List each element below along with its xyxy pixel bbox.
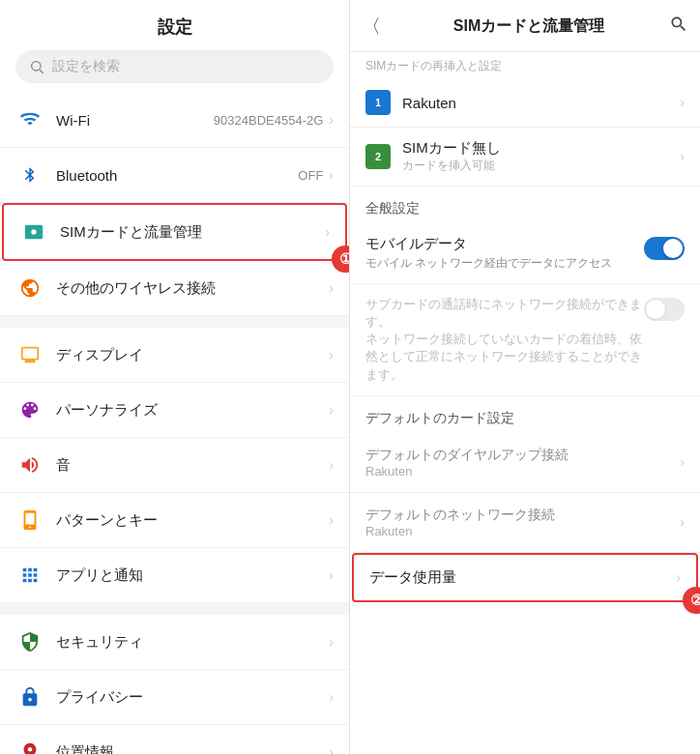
sidebar-item-sound[interactable]: 音 › [0, 438, 349, 493]
sound-label: 音 [56, 456, 329, 475]
wifi-value: 90324BDE4554-2G [214, 113, 323, 128]
wifi-chevron: › [329, 112, 334, 128]
sidebar-item-security[interactable]: セキュリティ › [0, 615, 349, 670]
sim1-chevron: › [680, 95, 685, 110]
wireless-chevron: › [329, 280, 334, 296]
sim1-item[interactable]: 1 Rakuten › [350, 78, 700, 128]
sidebar-item-bluetooth[interactable]: Bluetooth OFF › [0, 148, 349, 203]
palette-icon [15, 395, 44, 424]
settings-title: 設定 [0, 0, 349, 50]
mobile-data-label: モバイルデータ [365, 235, 644, 253]
mobile-data-toggle[interactable] [644, 237, 685, 260]
privacy-icon [15, 682, 44, 711]
wifi-icon [15, 105, 44, 134]
sim1-name: Rakuten [402, 95, 680, 111]
sidebar-item-display[interactable]: ディスプレイ › [0, 328, 349, 383]
bluetooth-icon [15, 160, 44, 189]
display-chevron: › [329, 347, 334, 362]
search-bar[interactable]: 設定を検索 [15, 50, 334, 83]
sidebar-item-apps[interactable]: アプリと通知 › [0, 548, 349, 603]
general-section-title: 全般設定 [350, 187, 700, 223]
divider-1 [0, 316, 349, 328]
wifi-label: Wi-Fi [56, 112, 214, 129]
sidebar-item-privacy[interactable]: プライバシー › [0, 670, 349, 725]
menu-list: Wi-Fi 90324BDE4554-2G › Bluetooth OFF › … [0, 93, 349, 754]
sound-chevron: › [329, 457, 334, 473]
sidebar-item-pattern[interactable]: パターンとキー › [0, 493, 349, 548]
data-usage-badge: ② [683, 587, 700, 614]
mobile-data-row[interactable]: モバイルデータ モバイル ネットワーク経由でデータにアクセス [350, 223, 700, 284]
search-icon [29, 59, 44, 74]
security-label: セキュリティ [56, 633, 329, 652]
sim2-name: SIMカード無し [402, 139, 680, 158]
data-usage-chevron: › [676, 569, 681, 585]
sim2-badge: 2 [365, 144, 391, 169]
pattern-label: パターンとキー [56, 511, 329, 530]
display-icon [15, 340, 44, 369]
sim-icon [19, 218, 48, 246]
right-content: SIMカードの再挿入と設定 1 Rakuten › 2 SIMカード無し カード… [350, 52, 700, 754]
search-placeholder: 設定を検索 [52, 58, 120, 75]
default-dialup-info: デフォルトのダイヤルアップ接続 Rakuten [365, 447, 680, 478]
divider-2 [0, 603, 349, 615]
right-panel: 〈 SIMカードと流量管理 SIMカードの再挿入と設定 1 Rakuten › … [350, 0, 700, 754]
privacy-label: プライバシー [56, 688, 329, 707]
wireless-icon [15, 274, 44, 303]
apps-label: アプリと通知 [56, 566, 329, 585]
default-dialup-chevron: › [680, 454, 685, 470]
default-network-row[interactable]: デフォルトのネットワーク接続 Rakuten › [350, 493, 700, 553]
data-usage-label: データ使用量 [369, 568, 676, 587]
right-search-button[interactable] [669, 14, 688, 39]
left-panel: 設定 設定を検索 Wi-Fi 90324BDE4554-2G › Bluetoo… [0, 0, 350, 754]
apps-chevron: › [329, 567, 334, 583]
right-header: 〈 SIMカードと流量管理 [350, 0, 700, 52]
default-dialup-row[interactable]: デフォルトのダイヤルアップ接続 Rakuten › [350, 433, 700, 493]
toggle-knob [663, 239, 683, 258]
sidebar-item-personalize[interactable]: パーソナライズ › [0, 383, 349, 438]
right-title: SIMカードと流量管理 [389, 16, 669, 37]
sidebar-item-wireless[interactable]: その他のワイヤレス接続 › [0, 261, 349, 316]
default-section-title: デフォルトのカード設定 [350, 396, 700, 433]
data-usage-info: データ使用量 [369, 568, 676, 587]
wireless-label: その他のワイヤレス接続 [56, 279, 329, 298]
mobile-data-sub: モバイル ネットワーク経由でデータにアクセス [365, 255, 644, 272]
personalize-label: パーソナライズ [56, 401, 329, 420]
svg-line-1 [40, 70, 44, 73]
sim-subtitle: SIMカードの再挿入と設定 [350, 52, 700, 78]
bluetooth-label: Bluetooth [56, 167, 298, 184]
mobile-data-info: モバイルデータ モバイル ネットワーク経由でデータにアクセス [365, 235, 644, 272]
apps-icon [15, 561, 44, 590]
security-chevron: › [329, 634, 334, 650]
default-network-value: Rakuten [365, 524, 680, 538]
disabled-toggle [644, 298, 685, 321]
sim1-badge: 1 [365, 90, 391, 115]
security-icon [15, 627, 44, 656]
sidebar-item-location[interactable]: 位置情報 › [0, 725, 349, 754]
sim1-info: Rakuten [402, 95, 680, 111]
personalize-chevron: › [329, 402, 334, 418]
pattern-chevron: › [329, 512, 334, 528]
sim2-sub: カードを挿入可能 [402, 158, 680, 174]
sim-chevron: › [325, 224, 330, 240]
bluetooth-chevron: › [329, 167, 334, 183]
sim2-info: SIMカード無し カードを挿入可能 [402, 139, 680, 174]
back-button[interactable]: 〈 [362, 14, 381, 40]
sidebar-item-sim[interactable]: SIMカードと流量管理 › ① [2, 203, 347, 261]
location-label: 位置情報 [56, 743, 329, 755]
disabled-text: サブカードの通話時にネットワーク接続ができます。ネットワーク接続していないカード… [365, 296, 644, 384]
privacy-chevron: › [329, 689, 334, 705]
bluetooth-value: OFF [298, 168, 323, 183]
disabled-info: サブカードの通話時にネットワーク接続ができます。ネットワーク接続していないカード… [365, 296, 644, 384]
location-icon [15, 738, 44, 754]
location-chevron: › [329, 744, 334, 754]
svg-point-0 [32, 62, 41, 71]
default-dialup-label: デフォルトのダイヤルアップ接続 [365, 447, 680, 464]
sim2-chevron: › [680, 149, 685, 164]
data-usage-row[interactable]: データ使用量 › ② [352, 553, 698, 602]
sim-label: SIMカードと流量管理 [60, 223, 319, 242]
disabled-toggle-knob [646, 300, 665, 319]
sim2-item[interactable]: 2 SIMカード無し カードを挿入可能 › [350, 128, 700, 187]
default-dialup-value: Rakuten [365, 464, 680, 478]
sidebar-item-wifi[interactable]: Wi-Fi 90324BDE4554-2G › [0, 93, 349, 148]
default-network-label: デフォルトのネットワーク接続 [365, 507, 680, 524]
